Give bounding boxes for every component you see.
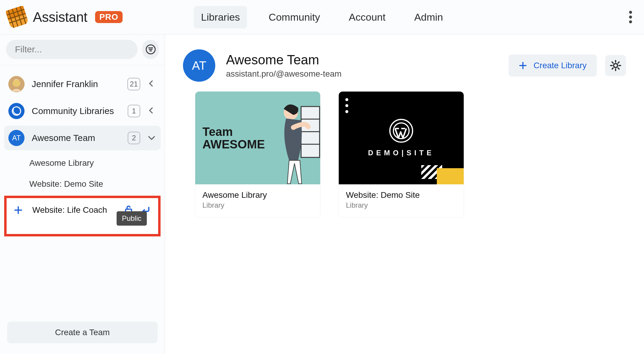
swirl-icon: [11, 106, 22, 116]
sidebar-group-awesome-team[interactable]: AT Awesome Team 2: [4, 126, 161, 150]
plus-icon: [519, 61, 527, 70]
card-thumb: DEMO|SITE: [339, 92, 464, 184]
sidebar-subitem-awesome-library[interactable]: Awesome Library: [29, 153, 161, 174]
library-card-demo-site[interactable]: DEMO|SITE Website: Demo Site Library: [338, 91, 464, 218]
more-menu-button[interactable]: [623, 10, 638, 25]
sidebar-group-community[interactable]: Community Libraries 1: [4, 99, 161, 123]
sidebar-item-count: 21: [127, 78, 140, 90]
person-avatar-icon: [8, 76, 25, 92]
svg-point-8: [629, 11, 632, 14]
avatar: AT: [8, 130, 25, 146]
svg-point-9: [629, 16, 632, 19]
new-library-highlight: Website: Life Coach Public: [4, 196, 161, 236]
chevron-down-icon: [147, 133, 156, 142]
avatar: [8, 76, 25, 92]
chevron-right-icon: [147, 107, 156, 116]
team-title: Awesome Team: [226, 52, 341, 67]
wordpress-icon: [389, 119, 413, 143]
logo[interactable]: Assistant PRO: [6, 6, 123, 28]
thumb-label: DEMO|SITE: [368, 149, 434, 157]
team-header-text: Awesome Team assistant.pro/@awesome-team: [226, 52, 341, 79]
pro-badge: PRO: [95, 11, 123, 23]
sidebar-item-count: 1: [128, 105, 140, 117]
nav-libraries[interactable]: Libraries: [194, 6, 247, 28]
sidebar-group-jennifer[interactable]: Jennifer Franklin 21: [4, 72, 161, 96]
kebab-icon: [629, 10, 632, 24]
assistant-logo-icon: [6, 6, 28, 28]
card-title: Awesome Library: [202, 190, 313, 200]
list-filter-icon: [145, 44, 156, 55]
logo-text: Assistant: [33, 9, 87, 25]
sidebar-item-label: Awesome Team: [32, 133, 120, 143]
sidebar-sublist: Awesome Library Website: Demo Site: [4, 153, 161, 195]
new-library-name: Website: Life Coach: [32, 205, 117, 215]
filter-settings-button[interactable]: [142, 40, 159, 59]
create-library-label: Create Library: [534, 61, 587, 70]
card-thumb: Team AWESOME: [195, 92, 320, 184]
card-kind: Library: [202, 201, 313, 209]
person-carrying-icon: [272, 101, 320, 184]
gear-icon: [610, 60, 622, 72]
card-kind: Library: [346, 201, 457, 209]
library-cards: Team AWESOME: [183, 91, 626, 218]
library-card-awesome[interactable]: Team AWESOME: [195, 91, 321, 218]
sidebar-item-label: Jennifer Franklin: [32, 79, 120, 89]
main-nav: Libraries Community Account Admin: [194, 6, 450, 28]
svg-point-23: [614, 63, 617, 67]
nav-community[interactable]: Community: [262, 6, 327, 28]
yellow-corner-icon: [437, 168, 464, 184]
nav-admin[interactable]: Admin: [407, 6, 450, 28]
app-header: Assistant PRO Libraries Community Accoun…: [0, 0, 644, 34]
sidebar-item-label: Community Libraries: [32, 106, 120, 116]
svg-point-10: [629, 20, 632, 23]
create-library-button[interactable]: Create Library: [509, 54, 597, 77]
avatar: [8, 103, 25, 119]
team-avatar: AT: [183, 49, 215, 82]
filter-input[interactable]: [6, 40, 138, 59]
sidebar-list: Jennifer Franklin 21 Community Libraries…: [0, 65, 165, 315]
create-team-button[interactable]: Create a Team: [7, 322, 158, 343]
thumb-line2: AWESOME: [202, 138, 265, 151]
thumb-line1: Team: [202, 125, 265, 138]
content: AT Awesome Team assistant.pro/@awesome-t…: [165, 34, 644, 354]
plus-icon: [14, 206, 26, 215]
team-settings-button[interactable]: [605, 55, 626, 76]
sidebar-subitem-demo-site[interactable]: Website: Demo Site: [29, 174, 161, 195]
dots-vertical-icon: [345, 98, 348, 113]
nav-account[interactable]: Account: [342, 6, 393, 28]
team-url: assistant.pro/@awesome-team: [226, 69, 341, 79]
card-title: Website: Demo Site: [346, 190, 457, 200]
sidebar-item-count: 2: [128, 132, 140, 144]
tooltip-public: Public: [117, 211, 147, 226]
sidebar: Jennifer Franklin 21 Community Libraries…: [0, 34, 165, 354]
sidebar-filter-row: [0, 40, 165, 65]
chevron-right-icon: [147, 80, 156, 89]
team-header: AT Awesome Team assistant.pro/@awesome-t…: [183, 49, 626, 82]
